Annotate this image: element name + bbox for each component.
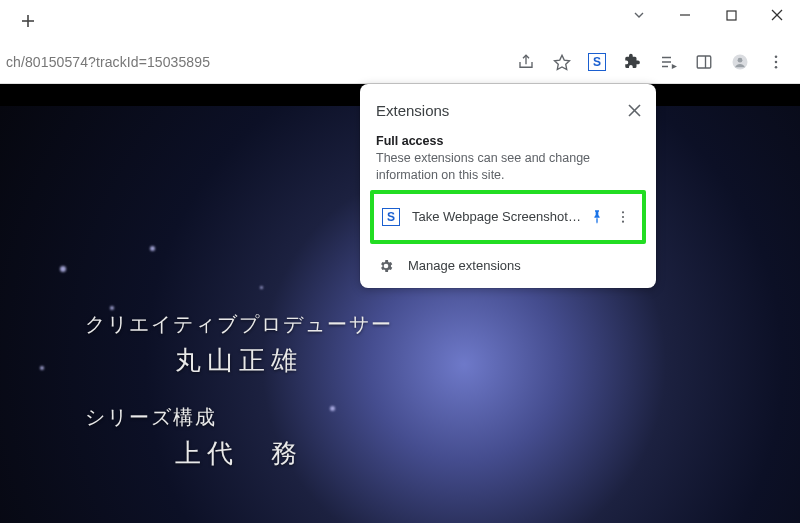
extensions-popup-close-button[interactable]: [620, 96, 648, 124]
gear-icon: [378, 258, 394, 274]
svg-rect-1: [727, 11, 736, 20]
svg-point-18: [622, 220, 624, 222]
extensions-popup: Extensions Full access These extensions …: [360, 84, 656, 288]
tab-search-chevron[interactable]: [616, 0, 662, 30]
extensions-section-label: Full access: [376, 134, 640, 148]
video-credits: クリエイティブプロデューサー 丸山正雄 シリーズ構成 上代 務: [85, 309, 393, 474]
svg-point-16: [622, 211, 624, 213]
profile-avatar-icon[interactable]: [728, 50, 752, 74]
svg-point-17: [622, 216, 624, 218]
share-icon[interactable]: [514, 50, 538, 74]
credit-role-1: クリエイティブプロデューサー: [85, 309, 393, 340]
address-bar-fragment[interactable]: ch/80150574?trackId=15035895: [0, 54, 210, 70]
extension-item-icon: [382, 208, 400, 226]
extensions-popup-title: Extensions: [376, 102, 449, 119]
browser-toolbar: ch/80150574?trackId=15035895: [0, 40, 800, 84]
chrome-menu-icon[interactable]: [764, 50, 788, 74]
extension-item[interactable]: Take Webpage Screenshots Enti…: [374, 196, 642, 238]
highlighted-extension-row: Take Webpage Screenshots Enti…: [370, 190, 646, 244]
svg-point-11: [775, 55, 778, 58]
screenshot-extension-icon[interactable]: [586, 51, 608, 73]
new-tab-button[interactable]: [14, 7, 42, 35]
extensions-icon[interactable]: [620, 50, 644, 74]
window-maximize-button[interactable]: [708, 0, 754, 30]
media-control-icon[interactable]: [656, 50, 680, 74]
svg-point-12: [775, 60, 778, 63]
svg-marker-6: [555, 55, 570, 69]
svg-rect-7: [697, 56, 711, 68]
pin-extension-button[interactable]: [584, 204, 610, 230]
window-close-button[interactable]: [754, 0, 800, 30]
credit-name-2: 上代 務: [85, 433, 393, 473]
credit-role-2: シリーズ構成: [85, 402, 393, 433]
extension-more-options-button[interactable]: [610, 204, 636, 230]
svg-point-10: [738, 57, 743, 62]
svg-point-13: [775, 65, 778, 68]
extension-item-name: Take Webpage Screenshots Enti…: [412, 209, 584, 224]
side-panel-icon[interactable]: [692, 50, 716, 74]
credit-name-1: 丸山正雄: [85, 340, 393, 380]
extensions-section-description: These extensions can see and change info…: [376, 148, 640, 184]
manage-extensions-row[interactable]: Manage extensions: [360, 248, 656, 284]
manage-extensions-label: Manage extensions: [408, 258, 521, 273]
bookmark-star-icon[interactable]: [550, 50, 574, 74]
window-minimize-button[interactable]: [662, 0, 708, 30]
